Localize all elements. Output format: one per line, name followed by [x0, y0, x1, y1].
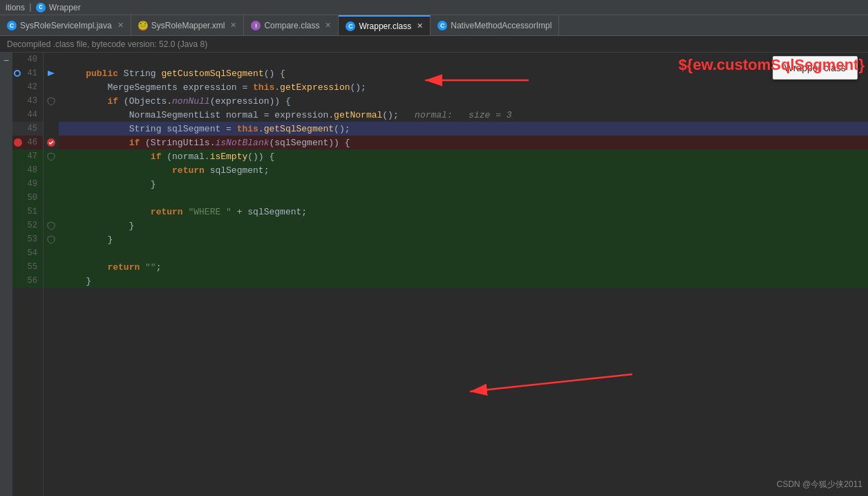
title-bar-title: Wrapper	[49, 3, 81, 12]
icon-55	[44, 260, 59, 274]
line-num-46: 46	[12, 136, 43, 149]
icon-41	[44, 66, 59, 80]
watermark: CSDN @今狐少侠2011	[777, 479, 862, 490]
icon-48	[44, 163, 59, 177]
tab-label-compare: Compare.class	[264, 21, 319, 30]
title-bar-prev-text: itions	[6, 3, 25, 12]
icon-52	[44, 219, 59, 232]
line-num-50: 50	[12, 191, 43, 205]
tab-native[interactable]: C NativeMethodAccessorImpl	[431, 15, 559, 35]
debug-arrow-icon	[46, 68, 56, 78]
line-num-55: 55	[12, 260, 43, 274]
code-line-51: return "WHERE " + sqlSegment;	[59, 205, 868, 219]
tab-icon-native: C	[437, 21, 447, 30]
breakpoint-red-46	[14, 138, 22, 147]
tab-close-wrapper[interactable]: ✕	[417, 21, 423, 30]
icon-51	[44, 205, 59, 219]
line-num-48: 48	[12, 163, 43, 177]
watermark-text: CSDN @今狐少侠2011	[777, 479, 862, 489]
tab-close-sysrole[interactable]: ✕	[117, 21, 124, 30]
icon-56	[44, 274, 59, 288]
code-line-44: NormalSegmentList normal = expression.ge…	[59, 108, 868, 122]
info-bar-text: Decompiled .class file, bytecode version…	[7, 39, 207, 49]
code-line-49: }	[59, 177, 868, 191]
tab-bar: C SysRoleServiceImpl.java ✕ 🐸 SysRoleMap…	[0, 15, 868, 36]
tab-mapper[interactable]: 🐸 SysRoleMapper.xml ✕	[131, 15, 245, 35]
code-line-42: MergeSegments expression = this.getExpre…	[59, 80, 868, 94]
line-num-43: 43	[12, 94, 43, 108]
line-num-47: 47	[12, 149, 43, 163]
shield-icon-43	[47, 97, 55, 106]
line-num-51: 51	[12, 205, 43, 219]
tab-icon-mapper: 🐸	[138, 21, 148, 30]
line-num-44: 44	[12, 108, 43, 122]
line-num-42: 42	[12, 80, 43, 94]
icon-49	[44, 177, 59, 191]
icon-43	[44, 94, 59, 108]
line-num-56: 56	[12, 274, 43, 288]
tab-wrapper[interactable]: C Wrapper.class ✕	[339, 15, 431, 35]
icon-42	[44, 80, 59, 94]
shield-icon-47	[47, 152, 55, 161]
icon-44	[44, 108, 59, 122]
icon-column	[44, 53, 59, 496]
code-line-45: String sqlSegment = this.getSqlSegment()…	[59, 122, 868, 136]
code-line-53: }	[59, 232, 868, 246]
tab-close-mapper[interactable]: ✕	[230, 21, 236, 30]
code-content: public String getCustomSqlSegment() { Me…	[59, 53, 868, 496]
icon-53	[44, 232, 59, 246]
annotation-custom-sql: ${ew.customSqlSegment}	[679, 56, 865, 74]
breakpoint-circle-41	[14, 70, 21, 77]
title-bar: itions | C Wrapper	[0, 0, 868, 15]
tab-compare[interactable]: I Compare.class ✕	[244, 15, 339, 35]
shield-icon-53	[47, 235, 55, 244]
window-root: itions | C Wrapper C SysRoleServiceImpl.…	[0, 0, 868, 496]
breakpoint-check-icon	[46, 138, 56, 147]
code-lines: public String getCustomSqlSegment() { Me…	[59, 53, 868, 288]
tab-icon-wrapper: C	[346, 21, 355, 31]
code-line-52: }	[59, 219, 868, 232]
icon-45	[44, 122, 59, 136]
tab-sysrole[interactable]: C SysRoleServiceImpl.java ✕	[0, 15, 131, 35]
tab-close-compare[interactable]: ✕	[325, 21, 331, 30]
tab-icon-compare: I	[251, 21, 261, 30]
code-line-54	[59, 246, 868, 260]
line-num-54: 54	[12, 246, 43, 260]
title-bar-icon: C	[36, 3, 46, 12]
line-numbers: 40 41 42 43 44 45	[12, 53, 44, 496]
icon-47	[44, 149, 59, 163]
code-line-55: return "";	[59, 260, 868, 274]
icon-46	[44, 136, 59, 149]
tab-label-wrapper: Wrapper.class	[359, 21, 411, 31]
icon-40	[44, 53, 59, 66]
code-line-56: }	[59, 274, 868, 288]
svg-marker-0	[48, 71, 55, 76]
tab-label-native: NativeMethodAccessorImpl	[451, 21, 551, 30]
svg-line-5	[470, 374, 632, 392]
line-num-41: 41	[12, 66, 43, 80]
left-gutter: −	[0, 53, 12, 496]
icon-50	[44, 191, 59, 205]
line-num-53: 53	[12, 232, 43, 246]
line-num-40: 40	[12, 53, 43, 66]
code-line-46: if (StringUtils.isNotBlank(sqlSegment)) …	[59, 136, 868, 149]
icon-54	[44, 246, 59, 260]
code-line-48: return sqlSegment;	[59, 163, 868, 177]
gutter-minus-btn[interactable]: −	[3, 55, 9, 66]
code-line-43: if (Objects.nonNull(expression)) {	[59, 94, 868, 108]
title-bar-separator: |	[28, 2, 33, 12]
line-num-49: 49	[12, 177, 43, 191]
line-num-45: 45	[12, 122, 43, 136]
line-num-52: 52	[12, 219, 43, 232]
code-line-50	[59, 191, 868, 205]
code-line-47: if (normal.isEmpty()) {	[59, 149, 868, 163]
info-bar: Decompiled .class file, bytecode version…	[0, 36, 868, 53]
editor: − 40 41 42 43 44	[0, 53, 868, 496]
tab-label-mapper: SysRoleMapper.xml	[151, 21, 225, 30]
tab-label-sysrole: SysRoleServiceImpl.java	[20, 21, 112, 30]
shield-icon-52	[47, 221, 55, 230]
tab-icon-sysrole: C	[7, 21, 17, 30]
